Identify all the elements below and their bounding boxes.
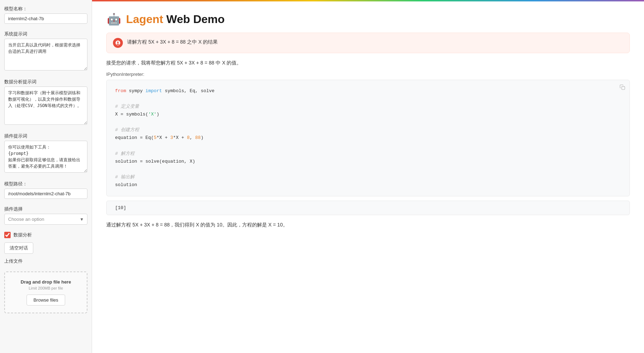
robot-icon: 🤖: [106, 11, 122, 27]
upload-label: 上传文件: [4, 258, 87, 264]
plugin-select[interactable]: Choose an option: [4, 214, 87, 225]
code-line-blank2: [115, 118, 621, 126]
app-title: Lagent Web Demo: [126, 13, 225, 26]
code-line-comment1: # 定义变量: [115, 103, 621, 111]
model-name-input[interactable]: [4, 13, 87, 24]
plugin-select-section: 插件选择 Choose an option ▼: [4, 206, 87, 225]
user-message: 请解方程 5X + 3X + 8 = 88 之中 X 的结果: [106, 33, 630, 53]
response-intro-text: 接受您的请求，我将帮您解方程 5X + 3X + 8 = 88 中 X 的值。: [106, 59, 630, 67]
code-line-comment2: # 创建方程: [115, 126, 621, 134]
data-analysis-checkbox[interactable]: [4, 232, 11, 238]
model-path-section: 模型路径：: [4, 181, 87, 199]
header-area: 🤖 Lagent Web Demo: [92, 1, 644, 33]
upload-limit-text: Limit 200MB per file: [9, 286, 82, 290]
code-line-5: solution: [115, 181, 621, 189]
model-name-section: 模型名称：: [4, 6, 87, 24]
code-block: from sympy import symbols, Eq, solve # 定…: [106, 80, 630, 196]
plugin-select-label: 插件选择: [4, 206, 87, 212]
clear-btn-wrap: 清空对话: [4, 242, 87, 254]
browse-files-button[interactable]: Browse files: [27, 295, 65, 306]
code-line-3: equation = Eq(5*X + 3*X + 8, 88): [115, 134, 621, 142]
app-title-row: 🤖 Lagent Web Demo: [106, 11, 630, 27]
clear-dialog-button[interactable]: 清空对话: [4, 242, 33, 254]
plugin-prompt-textarea[interactable]: 你可以使用如下工具： {prompt} 如果你已获取得足够信息，请直接给出答案，…: [4, 141, 87, 173]
upload-dropzone[interactable]: Drag and drop file here Limit 200MB per …: [4, 271, 87, 313]
plugin-prompt-label: 插件提示词: [4, 133, 87, 139]
model-path-input[interactable]: [4, 189, 87, 199]
plugin-prompt-section: 插件提示词 你可以使用如下工具： {prompt} 如果你已获取得足够信息，请直…: [4, 133, 87, 174]
system-prompt-textarea[interactable]: 当开启工具以及代码时，根据需求选择合适的工具进行调用: [4, 39, 87, 71]
user-avatar: [113, 38, 123, 48]
output-value: [10]: [115, 205, 126, 211]
code-line-blank3: [115, 142, 621, 150]
data-analysis-checkbox-label: 数据分析: [13, 232, 32, 238]
data-analysis-prompt-label: 数据分析提示词: [4, 79, 87, 85]
main-content: 🤖 Lagent Web Demo 请解方程 5X + 3X + 8 = 88 …: [92, 0, 644, 353]
code-line-comment3: # 解方程: [115, 150, 621, 158]
upload-drag-text: Drag and drop file here: [9, 279, 82, 285]
upload-section: 上传文件: [4, 258, 87, 264]
code-line-4: solution = solve(equation, X): [115, 158, 621, 166]
code-line-2: X = symbols('X'): [115, 111, 621, 118]
model-name-label: 模型名称：: [4, 6, 87, 12]
chat-body: 请解方程 5X + 3X + 8 = 88 之中 X 的结果 接受您的请求，我将…: [92, 33, 644, 249]
model-path-label: 模型路径：: [4, 181, 87, 187]
data-analysis-checkbox-row: 数据分析: [4, 232, 87, 238]
interpreter-label: IPythonInterpreter:: [106, 72, 630, 77]
copy-icon[interactable]: [620, 84, 625, 94]
output-block: [10]: [106, 201, 630, 215]
conclusion-text: 通过解方程 5X + 3X + 8 = 88，我们得到 X 的值为 10。因此，…: [106, 221, 630, 229]
data-analysis-prompt-textarea[interactable]: 字习和数据科字（附十展示模型训练和数据可视化），以及文件操作和数据导入（处理CS…: [4, 86, 87, 125]
code-line-blank1: [115, 95, 621, 103]
code-line-blank4: [115, 166, 621, 173]
app-title-rest: Web Demo: [163, 13, 225, 26]
data-analysis-prompt-section: 数据分析提示词 字习和数据科字（附十展示模型训练和数据可视化），以及文件操作和数…: [4, 79, 87, 126]
svg-rect-0: [622, 86, 625, 90]
system-prompt-section: 系统提示词 当开启工具以及代码时，根据需求选择合适的工具进行调用: [4, 31, 87, 72]
user-message-text: 请解方程 5X + 3X + 8 = 88 之中 X 的结果: [127, 38, 218, 46]
code-line-comment4: # 输出解: [115, 173, 621, 181]
system-prompt-label: 系统提示词: [4, 31, 87, 37]
code-line-1: from sympy import symbols, Eq, solve: [115, 87, 621, 95]
sidebar: 模型名称： 系统提示词 当开启工具以及代码时，根据需求选择合适的工具进行调用 数…: [0, 0, 92, 353]
assistant-response: 接受您的请求，我将帮您解方程 5X + 3X + 8 = 88 中 X 的值。 …: [106, 59, 630, 235]
plugin-select-wrap: Choose an option ▼: [4, 214, 87, 225]
app-title-accent: Lagent: [126, 13, 163, 26]
